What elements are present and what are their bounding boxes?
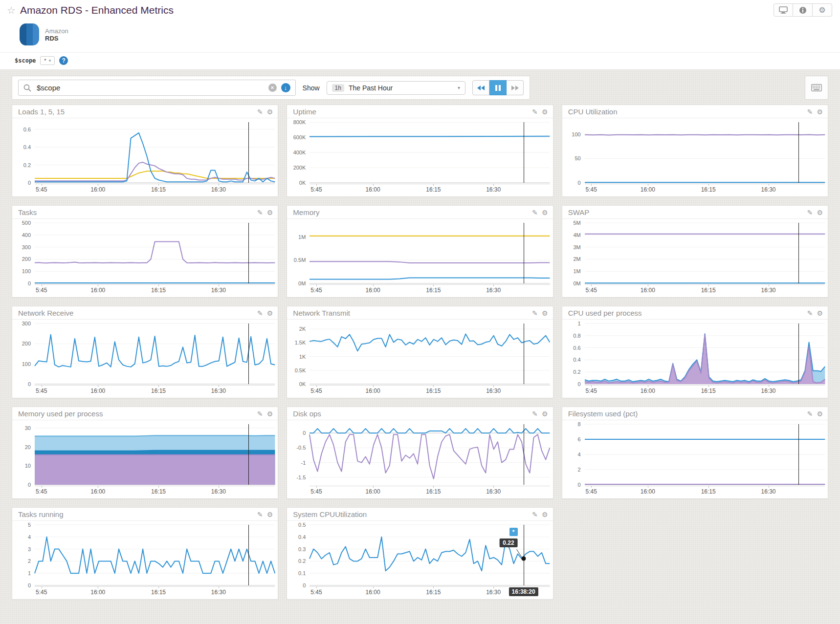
chart-plot-area[interactable]: [585, 424, 825, 485]
edit-chart-icon[interactable]: ✎: [257, 209, 263, 216]
edit-chart-icon[interactable]: ✎: [257, 511, 263, 518]
favorite-star-icon[interactable]: ☆: [7, 5, 16, 15]
chart-header: Uptime✎⚙: [287, 105, 553, 118]
chart-settings-icon[interactable]: ⚙: [267, 209, 273, 216]
y-tick-label: 0.2: [23, 162, 31, 168]
chart-header: Filesystem used (pct)✎⚙: [562, 407, 828, 420]
chart-plot-area[interactable]: [585, 323, 825, 384]
edit-chart-icon[interactable]: ✎: [257, 108, 263, 115]
chart-settings-icon[interactable]: ⚙: [542, 209, 548, 216]
y-tick-label: 0: [578, 381, 581, 387]
y-tick-label: 3: [28, 546, 31, 552]
y-axis: 0100200300400500: [12, 223, 35, 283]
rewind-button[interactable]: [472, 80, 489, 95]
chart-actions: ✎⚙: [807, 209, 823, 216]
chart-plot-area[interactable]: [309, 122, 550, 183]
chart-plot-area[interactable]: [35, 323, 275, 384]
chart-actions: ✎⚙: [257, 511, 273, 518]
chart-actions: ✎⚙: [807, 310, 823, 317]
x-tick-label: 16:15: [426, 287, 441, 294]
edit-chart-icon[interactable]: ✎: [257, 310, 263, 317]
time-cursor-line: [248, 223, 249, 283]
chart-settings-icon[interactable]: ⚙: [817, 209, 823, 216]
edit-chart-icon[interactable]: ✎: [807, 410, 813, 417]
edit-chart-icon[interactable]: ✎: [532, 511, 538, 518]
chart-plot-area[interactable]: [585, 122, 825, 183]
chart-settings-icon[interactable]: ⚙: [817, 410, 823, 417]
amazon-rds-logo-icon: [20, 23, 39, 45]
filter-panel: × ↓ Show 1h The Past Hour ▾: [12, 76, 530, 100]
scope-value-dropdown[interactable]: * ▾: [40, 56, 55, 65]
keyboard-shortcuts-button[interactable]: [805, 76, 828, 100]
time-cursor-line: [248, 424, 249, 485]
page-title: Amazon RDS - Enhanced Metrics: [20, 4, 174, 16]
edit-chart-icon[interactable]: ✎: [807, 310, 813, 317]
chart-plot-area[interactable]: [309, 223, 550, 283]
pause-button[interactable]: [489, 80, 507, 95]
scope-variable-row: $scope * ▾ ?: [0, 52, 840, 69]
y-tick-label: 0M: [298, 280, 306, 286]
x-tick-label: 5:45: [310, 387, 322, 394]
chart-settings-icon[interactable]: ⚙: [817, 108, 823, 115]
chart-plot-area[interactable]: [585, 223, 825, 283]
chart-plot-area[interactable]: [35, 424, 275, 485]
chart-body: 02468: [562, 420, 828, 485]
search-input[interactable]: [36, 83, 264, 92]
y-tick-label: 20: [25, 444, 31, 450]
logo-line1: Amazon: [45, 27, 68, 35]
y-tick-label: 0: [303, 582, 306, 588]
chart-settings-icon[interactable]: ⚙: [542, 410, 548, 417]
x-tick-label: 5:45: [36, 488, 47, 495]
help-icon[interactable]: ?: [59, 56, 68, 65]
edit-chart-icon[interactable]: ✎: [532, 410, 538, 417]
y-tick-label: 4: [578, 452, 581, 457]
show-label: Show: [303, 84, 320, 92]
time-cursor-line: [524, 323, 524, 384]
x-axis: 5:4516:0016:1516:30: [309, 486, 550, 496]
y-tick-label: 0M: [573, 280, 580, 286]
clear-search-icon[interactable]: ×: [268, 84, 277, 92]
chart-card: SWAP✎⚙0M1M2M3M4M5M5:4516:0016:1516:30: [562, 205, 828, 298]
y-tick-label: 1.5K: [295, 340, 306, 345]
chart-plot-area[interactable]: [309, 424, 550, 485]
chart-plot-area[interactable]: [35, 122, 275, 183]
chart-settings-icon[interactable]: ⚙: [267, 511, 273, 518]
chart-settings-icon[interactable]: ⚙: [267, 310, 273, 317]
chart-settings-icon[interactable]: ⚙: [542, 108, 548, 115]
x-tick-label: 5:45: [36, 387, 47, 394]
edit-chart-icon[interactable]: ✎: [807, 209, 813, 216]
x-tick-label: 16:15: [701, 186, 716, 193]
chart-plot-area[interactable]: [35, 525, 275, 585]
x-tick-label: 5:45: [310, 488, 322, 495]
header-actions: ⚙: [774, 3, 832, 17]
chart-settings-icon[interactable]: ⚙: [542, 511, 548, 518]
chart-header: Tasks running✎⚙: [12, 508, 278, 521]
time-range-dropdown[interactable]: 1h The Past Hour ▾: [327, 81, 465, 95]
settings-button[interactable]: ⚙: [813, 3, 832, 17]
apply-search-icon[interactable]: ↓: [281, 83, 290, 92]
chart-plot-area[interactable]: [35, 223, 275, 283]
chart-plot-area[interactable]: *0.2216:38:20: [309, 525, 550, 585]
edit-chart-icon[interactable]: ✎: [532, 108, 538, 115]
y-tick-label: 400K: [293, 150, 306, 155]
amazon-rds-logo-text: Amazon RDS: [45, 27, 68, 42]
display-button[interactable]: [774, 3, 793, 17]
y-tick-label: 200K: [293, 165, 306, 171]
chart-settings-icon[interactable]: ⚙: [817, 310, 823, 317]
chart-settings-icon[interactable]: ⚙: [267, 410, 273, 417]
y-tick-label: 2M: [573, 256, 580, 262]
keyboard-icon: [811, 84, 822, 91]
forward-button[interactable]: [507, 80, 524, 95]
chart-settings-icon[interactable]: ⚙: [542, 310, 548, 317]
x-tick-label: 16:00: [90, 589, 105, 596]
chart-body: 0K200K400K600K800K: [287, 118, 553, 183]
chart-settings-icon[interactable]: ⚙: [267, 108, 273, 115]
chart-body: 0100200300: [12, 320, 278, 384]
edit-chart-icon[interactable]: ✎: [807, 108, 813, 115]
edit-chart-icon[interactable]: ✎: [532, 209, 538, 216]
chart-plot-area[interactable]: [309, 323, 550, 384]
edit-chart-icon[interactable]: ✎: [257, 410, 263, 417]
x-tick-label: 16:30: [211, 387, 226, 394]
info-button[interactable]: [793, 3, 813, 17]
edit-chart-icon[interactable]: ✎: [532, 310, 538, 317]
